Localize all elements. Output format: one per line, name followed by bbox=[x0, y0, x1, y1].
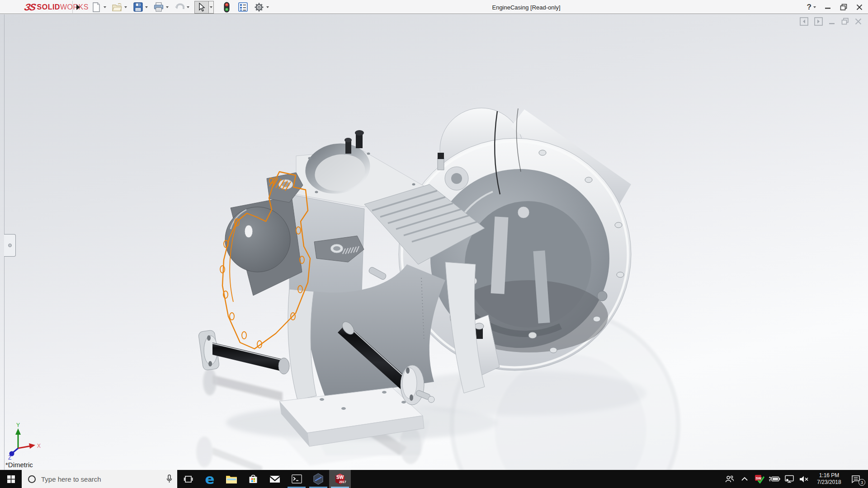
options-button[interactable] bbox=[253, 1, 265, 13]
open-dropdown[interactable] bbox=[123, 1, 128, 13]
dowel-pin[interactable] bbox=[368, 266, 387, 280]
taskbar-command-prompt-button[interactable] bbox=[286, 470, 307, 488]
help-button[interactable]: ? bbox=[807, 3, 816, 12]
new-document-button[interactable] bbox=[90, 1, 102, 13]
options-gear-icon bbox=[254, 2, 264, 12]
windows-taskbar: e bbox=[0, 470, 868, 488]
print-button[interactable] bbox=[153, 1, 165, 13]
restore-document-button[interactable] bbox=[841, 18, 849, 25]
engine-casing-model[interactable] bbox=[0, 14, 868, 470]
title-bar: ЗS SOLIDWORKS bbox=[0, 0, 868, 14]
close-button[interactable] bbox=[855, 3, 863, 11]
flyout-arrow-icon bbox=[76, 5, 80, 10]
edrawings-hexagon-icon bbox=[313, 473, 324, 485]
taskbar-search[interactable] bbox=[22, 470, 177, 488]
people-button[interactable] bbox=[724, 470, 736, 488]
sw-icon-year: 2017 bbox=[339, 480, 346, 483]
microphone-icon[interactable] bbox=[166, 474, 173, 483]
chevron-down-icon bbox=[266, 6, 269, 8]
battery-icon bbox=[769, 476, 780, 482]
taskbar-file-explorer-button[interactable] bbox=[221, 470, 242, 488]
command-prompt-icon bbox=[292, 474, 302, 483]
network-ethernet-icon bbox=[784, 475, 794, 483]
chevron-down-icon bbox=[210, 6, 212, 8]
left-shaft[interactable] bbox=[198, 330, 289, 374]
chevron-down-icon bbox=[166, 6, 169, 8]
chevron-down-icon bbox=[104, 6, 106, 8]
taskbar-mail-button[interactable] bbox=[264, 470, 286, 488]
mail-icon bbox=[269, 475, 280, 483]
close-document-button[interactable] bbox=[855, 18, 862, 25]
solidworks-logo-mark-icon: ЗS bbox=[23, 2, 36, 13]
battery-button[interactable] bbox=[769, 470, 780, 488]
undo-button[interactable] bbox=[174, 1, 185, 13]
windows-start-icon bbox=[7, 475, 15, 483]
tray-sw-text: SW bbox=[756, 476, 762, 480]
collapsed-panel-tab[interactable] bbox=[4, 234, 16, 257]
rebuild-traffic-light-icon bbox=[224, 2, 230, 13]
save-dropdown[interactable] bbox=[144, 1, 149, 13]
people-icon bbox=[725, 475, 734, 483]
taskbar-solidworks-button[interactable]: SW 2017 bbox=[329, 470, 351, 488]
axis-z-label: Z bbox=[8, 455, 11, 460]
notification-badge: 3 bbox=[859, 479, 865, 486]
sw-icon-text: SW bbox=[336, 475, 344, 480]
select-cursor-icon bbox=[198, 3, 206, 12]
solidworks-app-icon: SW 2017 bbox=[333, 472, 347, 486]
volume-muted-icon bbox=[799, 475, 809, 483]
undo-icon bbox=[174, 3, 185, 12]
open-button[interactable] bbox=[111, 1, 123, 13]
window-controls: ? bbox=[807, 0, 863, 14]
chevron-down-icon bbox=[124, 6, 127, 8]
task-pane-properties-button[interactable] bbox=[237, 1, 249, 13]
action-center-button[interactable]: 3 bbox=[848, 470, 863, 488]
task-view-icon bbox=[184, 475, 193, 483]
taskbar-edge-button[interactable]: e bbox=[199, 470, 221, 488]
file-explorer-icon bbox=[226, 474, 237, 484]
taskbar-clock[interactable]: 1:16 PM 7/23/2018 bbox=[813, 472, 845, 486]
network-button[interactable] bbox=[783, 470, 795, 488]
save-icon bbox=[133, 2, 143, 12]
quick-access-toolbar bbox=[90, 0, 274, 14]
document-window-controls bbox=[800, 17, 862, 26]
minimize-document-button[interactable] bbox=[829, 18, 835, 25]
store-icon bbox=[248, 474, 258, 484]
restore-icon bbox=[840, 4, 847, 11]
select-button[interactable] bbox=[194, 1, 209, 14]
restore-button[interactable] bbox=[840, 3, 848, 11]
solidworks-monitor-tray-button[interactable]: SW bbox=[754, 470, 765, 488]
menu-flyout-button[interactable] bbox=[72, 1, 83, 13]
pane-back-button[interactable] bbox=[800, 17, 808, 26]
new-document-dropdown[interactable] bbox=[102, 1, 107, 13]
volume-button[interactable] bbox=[798, 470, 810, 488]
minimize-button[interactable] bbox=[824, 3, 832, 11]
hidden-icons-button[interactable] bbox=[739, 470, 750, 488]
close-icon bbox=[856, 4, 863, 10]
view-orientation-label: *Dimetric bbox=[5, 461, 33, 469]
options-dropdown[interactable] bbox=[265, 1, 270, 13]
undo-dropdown[interactable] bbox=[185, 1, 190, 13]
save-button[interactable] bbox=[132, 1, 144, 13]
minimize-icon bbox=[825, 4, 831, 10]
taskbar-edrawings-button[interactable] bbox=[307, 470, 329, 488]
chevron-up-icon bbox=[741, 477, 748, 481]
clock-date: 7/23/2018 bbox=[815, 479, 843, 486]
chevron-down-icon bbox=[145, 6, 148, 8]
document-title: EngineCasing [Read-only] bbox=[492, 4, 560, 11]
orientation-triad: Y X Z bbox=[3, 422, 43, 460]
print-icon bbox=[154, 2, 164, 12]
print-dropdown[interactable] bbox=[165, 1, 170, 13]
select-dropdown[interactable] bbox=[209, 1, 214, 14]
pane-forward-button[interactable] bbox=[814, 17, 823, 26]
edge-icon: e bbox=[205, 472, 214, 486]
chevron-down-icon bbox=[813, 6, 816, 8]
task-pane-properties-icon bbox=[238, 2, 248, 12]
axis-y-label: Y bbox=[16, 422, 20, 428]
cortana-search-icon bbox=[28, 475, 36, 483]
search-input[interactable] bbox=[36, 475, 166, 483]
task-view-button[interactable] bbox=[177, 470, 199, 488]
rebuild-button[interactable] bbox=[221, 1, 232, 13]
graphics-area[interactable]: Y X Z *Dimetric bbox=[0, 14, 868, 470]
start-button[interactable] bbox=[0, 470, 22, 488]
taskbar-store-button[interactable] bbox=[242, 470, 264, 488]
